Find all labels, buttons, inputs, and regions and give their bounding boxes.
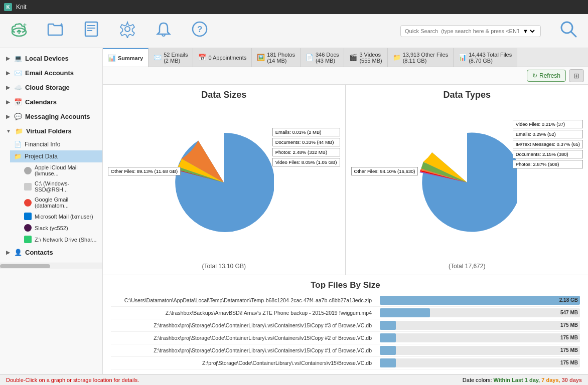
svg-point-10 (125, 27, 130, 32)
sidebar-item-messaging-accounts[interactable]: ▶ 💬 Messaging Accounts (0, 109, 102, 124)
svg-text:+: + (60, 22, 63, 29)
add-cloud-icon: + (10, 20, 28, 42)
search-input[interactable] (405, 28, 519, 34)
data-types-chart[interactable]: Data Types Other Files: 94.10% (16,630) (346, 85, 589, 275)
file-bar-container-5: 175 MB (380, 358, 580, 367)
file-bar-container-4: 175 MB (380, 346, 580, 355)
topfile-row-0: C:\Users\Datamaton\AppData\Local\Temp\Da… (111, 294, 580, 307)
sizes-legend-other: Other Files: 89.13% (11.68 GB) (108, 167, 181, 175)
sidebar-leaf-windows-ssd[interactable]: C:\ (Windows-SSD@RSH... (10, 178, 102, 195)
sizes-legend-docs: Documents: 0.33% (44 MB) (272, 138, 340, 146)
gmail-icon (24, 199, 32, 207)
status-hint: Double-Click on a graph or storage locat… (6, 377, 139, 383)
tab-emails[interactable]: ✉️ 52 Emails(2 MB) (149, 48, 193, 67)
notifications-button[interactable] (151, 18, 177, 44)
types-legend-videos: Video Files: 0.21% (37) (513, 120, 583, 128)
tab-summary[interactable]: 📊 Summary (103, 48, 149, 67)
sidebar-item-email-accounts[interactable]: ▶ ✉️ Email Accounts (0, 66, 102, 80)
sidebar-label-project-data: Project Data (25, 153, 58, 160)
total-files-tab-icon: 📊 (459, 54, 467, 61)
topfile-row-2: Z:\trashbox\proj\Storage\Code\ContainerL… (111, 319, 580, 332)
add-cloud-button[interactable]: + (6, 18, 32, 44)
sidebar-item-virtual-folders[interactable]: ▼ 📁 Virtual Folders (0, 124, 102, 138)
tab-label-other-files: 13,913 Other Files(8.11 GB) (403, 52, 449, 64)
sidebar-label-cloud-storage: Cloud Storage (25, 84, 70, 91)
main-layout: ▶ 💻 Local Devices ▶ ✉️ Email Accounts ▶ … (0, 48, 588, 374)
file-bar-container-0: 2.18 GB (380, 296, 580, 305)
tab-other-files[interactable]: 📁 13,913 Other Files(8.11 GB) (388, 48, 454, 67)
add-folder-button[interactable]: + (42, 18, 68, 44)
sidebar-item-calendars[interactable]: ▶ 📅 Calendars (0, 95, 102, 109)
contacts-icon: 👤 (14, 249, 22, 256)
expand-icon-local-devices: ▶ (6, 56, 10, 61)
sidebar-leaf-gmail[interactable]: Google Gmail (datamatom... (10, 195, 102, 211)
apple-icloud-icon (24, 167, 32, 174)
docs-tab-icon: 📄 (306, 54, 314, 61)
types-legend-photos: Photos: 2.87% (508) (513, 160, 583, 168)
help-button[interactable]: ? (187, 18, 213, 44)
sidebar-item-project-data[interactable]: 📁 Project Data (10, 150, 102, 162)
sidebar-leaf-slack[interactable]: Slack (yc552) (10, 222, 102, 234)
sidebar-label-email-accounts: Email Accounts (25, 69, 74, 77)
other-files-tab-icon: 📁 (393, 54, 401, 61)
date-d7-label: 7 days, (541, 377, 560, 383)
expand-icon-contacts: ▶ (6, 250, 10, 255)
sidebar-label-contacts: Contacts (25, 249, 53, 256)
summary-tab-icon: 📊 (108, 54, 116, 62)
sidebar-leaf-network-drive[interactable]: Z:\ Network Drive (Shar... (10, 234, 102, 245)
refresh-label: Refresh (539, 72, 560, 79)
sizes-legend-emails: Emails: 0.01% (2 MB) (272, 128, 340, 136)
grid-view-button[interactable]: ⊞ (569, 69, 584, 82)
sidebar-label-calendars: Calendars (25, 98, 57, 106)
email-accounts-icon: ✉️ (14, 69, 22, 77)
tab-docs[interactable]: 📄 346 Docs(43 MB) (301, 48, 344, 67)
file-path-3: Z:\trashbox\proj\Storage\Code\ContainerL… (111, 335, 372, 341)
sidebar-hscroll[interactable] (0, 263, 102, 269)
toolbar: + + ? ▼ (0, 14, 588, 48)
bell-icon (155, 20, 173, 42)
search-button[interactable] (551, 18, 582, 45)
file-size-5: 175 MB (560, 358, 578, 367)
sidebar-leaf-apple-icloud[interactable]: Apple iCloud Mail (lxmuse... (10, 162, 102, 178)
file-path-5: Z:\proj\Storage\Code\ContainerLibrary\.v… (111, 360, 372, 366)
svg-text:+: + (23, 22, 27, 29)
content-toolbar: ↻ Refresh ⊞ (103, 67, 588, 85)
sidebar-item-cloud-storage[interactable]: ▶ ☁️ Cloud Storage (0, 80, 102, 95)
file-size-2: 175 MB (560, 321, 578, 330)
expand-icon-email-accounts: ▶ (6, 70, 10, 76)
tab-appointments[interactable]: 📅 0 Appointments (193, 48, 252, 67)
topfile-row-1: Z:\trashbox\Backups\ArnavBSD\! Arnav's Z… (111, 307, 580, 319)
expand-icon-messaging: ▶ (6, 114, 10, 119)
refresh-button[interactable]: ↻ Refresh (527, 70, 566, 82)
file-path-2: Z:\trashbox\proj\Storage\Code\ContainerL… (111, 322, 372, 328)
sidebar-item-contacts[interactable]: ▶ 👤 Contacts (0, 245, 102, 260)
slack-icon (24, 224, 32, 232)
tab-videos[interactable]: 🎬 3 Videos(555 MB) (344, 48, 387, 67)
content-area: 📊 Summary ✉️ 52 Emails(2 MB) 📅 0 Appoint… (103, 48, 588, 374)
tab-total-files[interactable]: 📊 14,443 Total Files(8.70 GB) (454, 48, 517, 67)
sidebar-item-local-devices[interactable]: ▶ 💻 Local Devices (0, 51, 102, 66)
types-legend-other: Other Files: 94.10% (16,630) (351, 167, 418, 175)
date-d30-label: 30 days (562, 377, 582, 383)
tab-label-photos: 181 Photos(14 MB) (267, 52, 295, 64)
sidebar-leaf-microsoft-mail[interactable]: Microsoft Mail (lxmuser) (10, 211, 102, 222)
tab-label-emails: 52 Emails(2 MB) (164, 52, 188, 64)
file-rows-container: C:\Users\Datamaton\AppData\Local\Temp\Da… (111, 294, 580, 369)
sidebar-item-financial-info[interactable]: 📄 Financial Info (10, 138, 102, 150)
sidebar-hscroll-thumb[interactable] (0, 264, 50, 268)
date-colors-label: Date colors: (463, 377, 494, 383)
file-size-4: 175 MB (560, 346, 578, 355)
notes-button[interactable] (78, 18, 104, 44)
cloud-storage-icon: ☁️ (14, 84, 22, 91)
data-sizes-chart[interactable]: Data Sizes Other Files: 89.13% (11.68 GB… (103, 85, 346, 275)
file-bar-5 (380, 358, 396, 367)
statusbar: Double-Click on a graph or storage locat… (0, 374, 588, 385)
search-dropdown[interactable]: ▼ (521, 28, 536, 35)
settings-button[interactable] (114, 18, 140, 44)
sidebar-label-gmail: Google Gmail (datamatom... (35, 197, 98, 209)
tab-photos[interactable]: 🖼️ 181 Photos(14 MB) (252, 48, 301, 67)
messaging-icon: 💬 (14, 113, 22, 120)
sidebar-label-local-devices: Local Devices (25, 55, 69, 62)
file-bar-container-3: 175 MB (380, 333, 580, 342)
file-path-0: C:\Users\Datamaton\AppData\Local\Temp\Da… (111, 297, 372, 303)
